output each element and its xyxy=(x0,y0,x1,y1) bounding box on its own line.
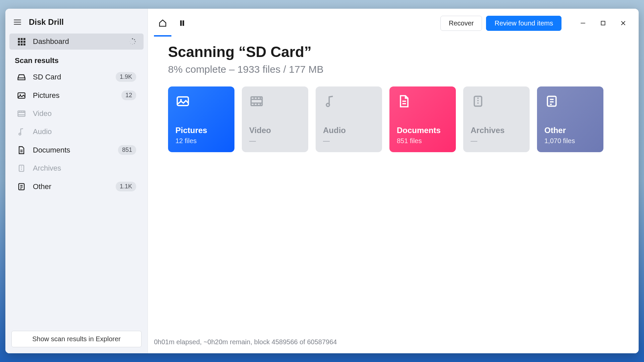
sidebar-item-label: Video xyxy=(33,109,136,118)
document-icon xyxy=(397,94,412,109)
sidebar: Disk Drill Dashboard Scan results SD Car… xyxy=(5,9,148,353)
card-audio[interactable]: Audio — xyxy=(316,86,382,152)
count-badge: 1.1K xyxy=(116,182,136,191)
show-in-explorer-button[interactable]: Show scan results in Explorer xyxy=(11,331,142,347)
archive-icon xyxy=(17,164,26,173)
count-badge: 851 xyxy=(118,145,136,155)
sidebar-item-archives[interactable]: Archives xyxy=(9,160,144,177)
card-subtitle: — xyxy=(471,137,522,145)
sidebar-footer: Show scan results in Explorer xyxy=(5,325,148,353)
archive-icon xyxy=(471,94,485,109)
app-title: Disk Drill xyxy=(29,17,64,27)
card-subtitle: 1,070 files xyxy=(544,137,596,145)
card-title: Other xyxy=(544,126,596,135)
file-icon xyxy=(544,94,559,109)
file-icon xyxy=(17,182,26,191)
video-icon xyxy=(249,94,264,109)
toolbar: Recover Review found items xyxy=(148,9,639,33)
status-bar: 0h01m elapsed, ~0h20m remain, block 4589… xyxy=(148,338,639,353)
picture-icon xyxy=(17,91,26,100)
count-badge: 12 xyxy=(121,90,136,100)
card-title: Documents xyxy=(397,126,448,135)
svg-point-16 xyxy=(132,44,133,45)
close-icon[interactable] xyxy=(614,16,633,31)
main-pane: Recover Review found items Scanning “SD … xyxy=(148,9,639,353)
category-cards: Pictures 12 files Video — Audio — xyxy=(168,86,619,152)
sidebar-item-sdcard[interactable]: SD Card 1.9K xyxy=(9,68,144,85)
svg-rect-8 xyxy=(23,41,25,43)
card-pictures[interactable]: Pictures 12 files xyxy=(168,86,234,152)
video-icon xyxy=(17,109,26,118)
svg-point-12 xyxy=(132,38,133,40)
sidebar-item-video[interactable]: Video xyxy=(9,105,144,122)
menu-icon[interactable] xyxy=(12,17,23,27)
svg-rect-41 xyxy=(601,21,605,25)
toolbar-left xyxy=(154,14,191,32)
sidebar-item-label: Pictures xyxy=(33,91,115,100)
svg-rect-10 xyxy=(21,44,23,46)
svg-point-19 xyxy=(130,39,130,40)
picture-icon xyxy=(175,94,190,109)
card-subtitle: 851 files xyxy=(397,137,448,145)
audio-icon xyxy=(323,94,338,109)
sidebar-item-dashboard[interactable]: Dashboard xyxy=(9,34,144,50)
card-subtitle: — xyxy=(323,137,375,145)
card-title: Pictures xyxy=(175,126,227,135)
sidebar-item-audio[interactable]: Audio xyxy=(9,123,144,140)
app-window: Disk Drill Dashboard Scan results SD Car… xyxy=(5,9,639,353)
card-title: Video xyxy=(249,126,301,135)
svg-rect-39 xyxy=(182,20,184,26)
sidebar-item-label: Documents xyxy=(33,146,111,155)
scan-progress-subtitle: 8% complete – 1933 files / 177 MB xyxy=(168,64,619,75)
svg-rect-11 xyxy=(23,44,25,46)
svg-point-18 xyxy=(129,41,130,42)
minimize-icon[interactable] xyxy=(574,16,592,31)
svg-point-13 xyxy=(134,39,135,40)
document-icon xyxy=(17,145,26,155)
card-title: Archives xyxy=(471,126,522,135)
svg-rect-9 xyxy=(18,44,20,46)
svg-rect-6 xyxy=(18,41,20,43)
card-subtitle: 12 files xyxy=(175,137,227,145)
svg-rect-4 xyxy=(21,38,23,40)
svg-point-14 xyxy=(135,41,136,42)
sidebar-header: Disk Drill xyxy=(5,9,148,34)
grid-icon xyxy=(17,37,26,46)
sidebar-item-label: Other xyxy=(33,182,109,191)
svg-point-29 xyxy=(19,133,21,135)
svg-rect-3 xyxy=(18,38,20,40)
sidebar-item-pictures[interactable]: Pictures 12 xyxy=(9,87,144,104)
svg-rect-38 xyxy=(180,20,182,26)
sidebar-item-label: Audio xyxy=(33,127,136,136)
count-badge: 1.9K xyxy=(116,72,136,82)
svg-rect-5 xyxy=(23,38,25,40)
card-subtitle: — xyxy=(249,137,301,145)
drive-icon xyxy=(17,72,26,82)
svg-point-55 xyxy=(326,103,329,106)
svg-point-15 xyxy=(134,43,135,44)
home-button[interactable] xyxy=(154,14,171,32)
sidebar-item-label: SD Card xyxy=(33,73,109,81)
card-other[interactable]: Other 1,070 files xyxy=(537,86,603,152)
page-title: Scanning “SD Card” xyxy=(168,44,619,60)
pause-button[interactable] xyxy=(173,14,191,32)
svg-point-17 xyxy=(130,43,131,44)
window-controls xyxy=(574,16,633,31)
sidebar-item-label: Archives xyxy=(33,164,136,173)
maximize-icon[interactable] xyxy=(594,16,612,31)
review-found-items-button[interactable]: Review found items xyxy=(486,16,561,31)
card-video[interactable]: Video — xyxy=(242,86,308,152)
sidebar-item-label: Dashboard xyxy=(33,37,122,46)
sidebar-item-other[interactable]: Other 1.1K xyxy=(9,178,144,195)
svg-rect-7 xyxy=(21,41,23,43)
audio-icon xyxy=(17,127,26,136)
card-title: Audio xyxy=(323,126,375,135)
card-documents[interactable]: Documents 851 files xyxy=(389,86,456,152)
content-area: Scanning “SD Card” 8% complete – 1933 fi… xyxy=(148,33,639,338)
recover-button[interactable]: Recover xyxy=(440,16,482,31)
loading-spinner-icon xyxy=(129,38,136,45)
card-archives[interactable]: Archives — xyxy=(463,86,530,152)
sidebar-item-documents[interactable]: Documents 851 xyxy=(9,141,144,159)
sidebar-section-heading: Scan results xyxy=(5,50,148,68)
